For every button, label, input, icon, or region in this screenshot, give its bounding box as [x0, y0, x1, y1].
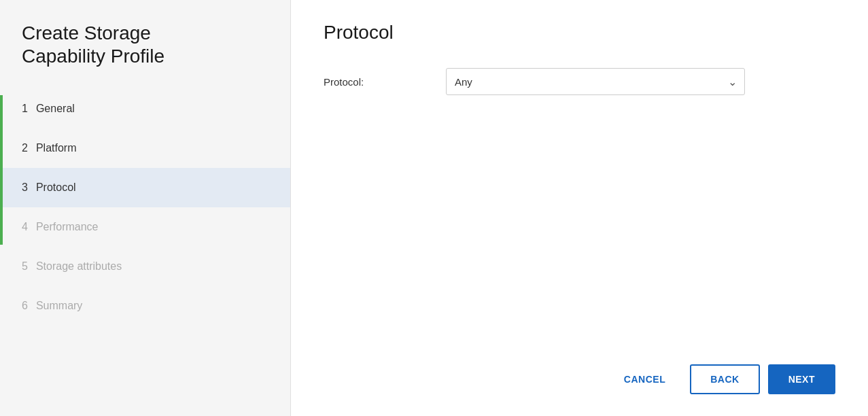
step-label-summary: Summary [36, 300, 82, 312]
step-label-storage-attributes: Storage attributes [36, 260, 122, 273]
step-performance[interactable]: 4 Performance [0, 207, 290, 247]
step-label-performance: Performance [36, 221, 99, 233]
back-button[interactable]: BACK [690, 364, 759, 394]
step-general[interactable]: 1 General [0, 89, 290, 128]
step-label-general: General [36, 103, 75, 115]
step-storage-attributes[interactable]: 5 Storage attributes [0, 247, 290, 286]
step-number-4: 4 [22, 221, 28, 233]
step-protocol[interactable]: 3 Protocol [0, 168, 290, 207]
protocol-select-wrapper: Any FC iSCSI NFS SMB [446, 68, 745, 95]
main-content: Protocol Protocol: Any FC iSCSI NFS SMB … [291, 0, 868, 416]
page-heading: Create Storage Capability Profile [0, 22, 290, 89]
step-platform[interactable]: 2 Platform [0, 128, 290, 168]
cancel-button[interactable]: CANCEL [608, 366, 682, 393]
protocol-field-row: Protocol: Any FC iSCSI NFS SMB [324, 68, 835, 95]
section-title: Protocol [324, 22, 835, 44]
footer-actions: CANCEL BACK NEXT [324, 353, 835, 394]
step-number-1: 1 [22, 103, 28, 115]
step-number-6: 6 [22, 300, 28, 312]
sidebar: Create Storage Capability Profile 1 Gene… [0, 0, 291, 416]
step-number-2: 2 [22, 142, 28, 154]
steps-nav: 1 General 2 Platform 3 Protocol 4 Perfor… [0, 89, 290, 326]
step-label-platform: Platform [36, 142, 77, 154]
step-summary[interactable]: 6 Summary [0, 286, 290, 326]
step-label-protocol: Protocol [36, 181, 76, 194]
next-button[interactable]: NEXT [768, 364, 835, 394]
step-number-5: 5 [22, 260, 28, 273]
step-number-3: 3 [22, 181, 28, 194]
protocol-label: Protocol: [324, 76, 446, 88]
protocol-select[interactable]: Any FC iSCSI NFS SMB [446, 68, 745, 95]
content-spacer [324, 111, 835, 353]
